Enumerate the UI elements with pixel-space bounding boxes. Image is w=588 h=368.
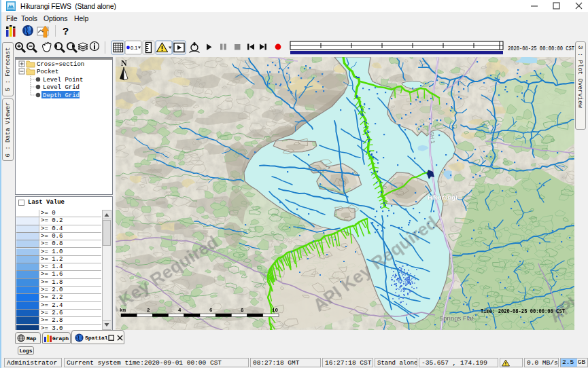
svg-text:Springs Flat: Springs Flat xyxy=(439,314,474,322)
svg-text:6: 6 xyxy=(209,308,213,313)
svg-text:Level Grid: Level Grid xyxy=(43,84,80,91)
svg-text:0.1: 0.1 xyxy=(131,45,137,51)
svg-text:4: 4 xyxy=(178,308,181,313)
svg-text:km: km xyxy=(120,308,126,313)
svg-text:8: 8 xyxy=(241,308,244,313)
svg-text:Cross=section: Cross=section xyxy=(37,61,84,68)
svg-text:2020-08-25 00:00:00 CST: 2020-08-25 00:00:00 CST xyxy=(508,45,574,52)
svg-text:Level Point: Level Point xyxy=(43,77,83,84)
svg-text:10: 10 xyxy=(272,308,279,313)
svg-text:Time: 2020-08-25 00:00:00 CST: Time: 2020-08-25 00:00:00 CST xyxy=(481,308,566,315)
svg-text:Depth Grid: Depth Grid xyxy=(43,92,80,99)
svg-text:N: N xyxy=(121,58,127,68)
svg-text:Pocket: Pocket xyxy=(37,69,58,75)
svg-text:?: ? xyxy=(63,25,69,37)
svg-text:Hikurangi: Hikurangi xyxy=(428,194,457,201)
svg-text:2: 2 xyxy=(147,308,150,313)
